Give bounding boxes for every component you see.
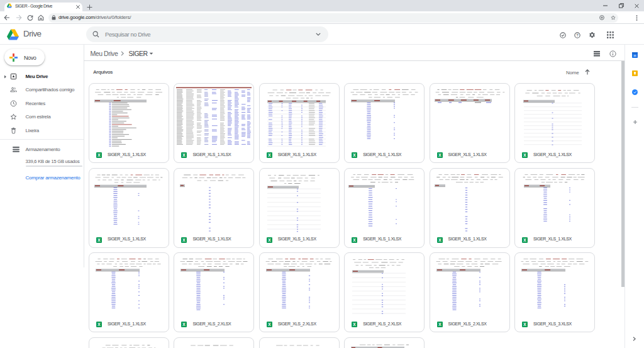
svg-text:X: X: [183, 153, 186, 157]
svg-text:X: X: [438, 322, 441, 327]
svg-text:X: X: [268, 237, 271, 242]
svg-text:?: ?: [576, 33, 579, 37]
svg-text:X: X: [97, 237, 101, 242]
svg-text:X: X: [438, 153, 441, 157]
svg-text:X: X: [97, 153, 101, 157]
svg-text:X: X: [438, 237, 441, 242]
svg-text:X: X: [268, 153, 271, 157]
svg-text:X: X: [353, 237, 357, 242]
svg-text:X: X: [353, 153, 357, 157]
svg-text:X: X: [523, 322, 526, 327]
svg-text:X: X: [97, 322, 101, 327]
svg-text:X: X: [268, 322, 271, 327]
svg-text:X: X: [183, 237, 186, 242]
svg-text:X: X: [183, 322, 186, 327]
svg-text:31: 31: [633, 54, 636, 57]
svg-text:X: X: [353, 322, 357, 327]
svg-text:X: X: [523, 237, 526, 242]
svg-text:X: X: [523, 153, 526, 157]
